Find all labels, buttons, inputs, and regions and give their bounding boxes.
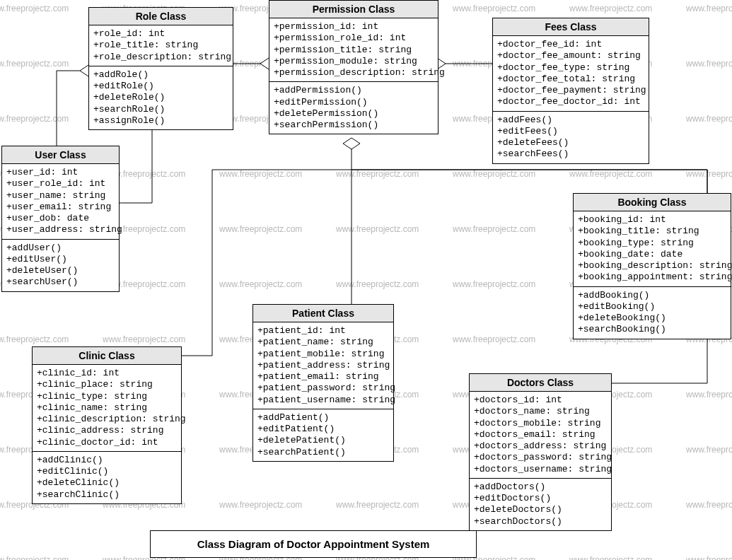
class-patient-ops: +addPatient() +editPatient() +deletePati… xyxy=(253,409,393,461)
class-fees-header: Fees Class xyxy=(493,18,649,36)
class-role-header: Role Class xyxy=(89,8,233,25)
class-role-attrs: +role_id: int +role_title: string +role_… xyxy=(89,25,233,66)
class-permission-attrs: +permission_id: int +permission_role_id:… xyxy=(269,18,438,82)
class-booking-header: Booking Class xyxy=(574,194,731,211)
class-user-attrs: +user_id: int +user_role_id: int +user_n… xyxy=(2,164,119,240)
class-permission-ops: +addPermission() +editPermission() +dele… xyxy=(269,82,438,134)
class-role: Role Class +role_id: int +role_title: st… xyxy=(88,7,233,130)
class-clinic: Clinic Class +clinic_id: int +clinic_pla… xyxy=(32,346,182,504)
class-patient-attrs: +patient_id: int +patient_name: string +… xyxy=(253,322,393,409)
class-user-ops: +addUser() +editUser() +deleteUser() +se… xyxy=(2,240,119,291)
class-permission: Permission Class +permission_id: int +pe… xyxy=(269,0,438,134)
class-doctors-ops: +addDoctors() +editDoctors() +deleteDoct… xyxy=(470,479,611,530)
class-clinic-attrs: +clinic_id: int +clinic_place: string +c… xyxy=(33,365,181,452)
class-clinic-ops: +addClinic() +editClinic() +deleteClinic… xyxy=(33,452,181,503)
class-booking-ops: +addBooking() +editBooking() +deleteBook… xyxy=(574,287,731,339)
class-fees-attrs: +doctor_fee_id: int +doctor_fee_amount: … xyxy=(493,36,649,112)
class-role-ops: +addRole() +editRole() +deleteRole() +se… xyxy=(89,66,233,129)
class-clinic-header: Clinic Class xyxy=(33,347,181,365)
class-doctors: Doctors Class +doctors_id: int +doctors_… xyxy=(469,373,612,531)
class-booking: Booking Class +booking_id: int +booking_… xyxy=(573,193,731,339)
class-patient-header: Patient Class xyxy=(253,305,393,322)
class-doctors-attrs: +doctors_id: int +doctors_name: string +… xyxy=(470,392,611,479)
diagram-title: Class Diagram of Doctor Appointment Syst… xyxy=(150,530,477,558)
class-patient: Patient Class +patient_id: int +patient_… xyxy=(252,304,394,462)
class-user: User Class +user_id: int +user_role_id: … xyxy=(1,146,120,292)
class-user-header: User Class xyxy=(2,146,119,164)
class-fees: Fees Class +doctor_fee_id: int +doctor_f… xyxy=(492,18,649,164)
class-doctors-header: Doctors Class xyxy=(470,374,611,392)
class-permission-header: Permission Class xyxy=(269,1,438,18)
class-fees-ops: +addFees() +editFees() +deleteFees() +se… xyxy=(493,112,649,163)
svg-marker-5 xyxy=(343,138,360,149)
class-booking-attrs: +booking_id: int +booking_title: string … xyxy=(574,211,731,287)
